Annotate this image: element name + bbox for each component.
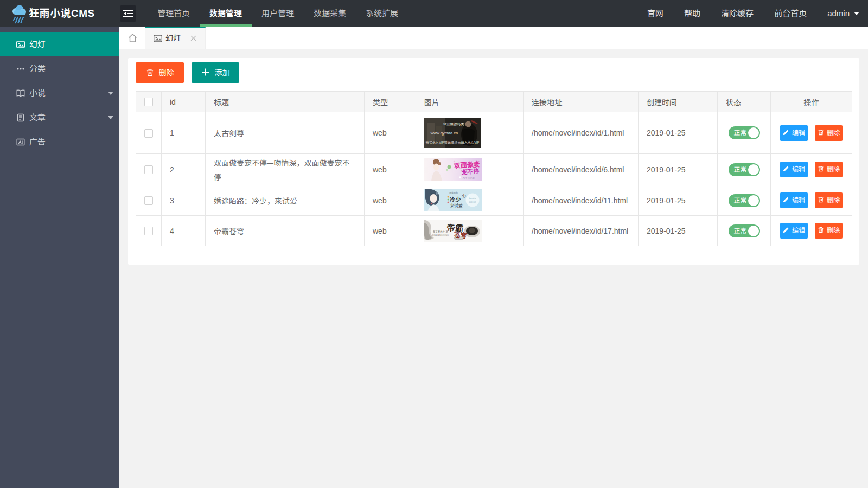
svg-text:苍穹: 苍穹 — [454, 229, 468, 239]
svg-text:少: 少 — [461, 193, 466, 200]
svg-text:粉买永久VIP赠送值点击进入永久VIP: 粉买永久VIP赠送值点击进入永久VIP — [425, 140, 479, 145]
svg-text:企业赝源码类: 企业赝源码类 — [443, 121, 465, 126]
svg-text:来试爱: 来试爱 — [450, 202, 463, 208]
svg-text:宠不停: 宠不停 — [461, 165, 480, 175]
svg-text:冷少: 冷少 — [450, 195, 461, 203]
svg-text:蚕茧里的牛·著: 蚕茧里的牛·著 — [433, 230, 449, 233]
svg-text:婚途陌路: 婚途陌路 — [449, 191, 458, 194]
svg-text:DIBACANGQIONG: DIBACANGQIONG — [432, 234, 449, 236]
svg-text:kanshu: kanshu — [469, 197, 476, 200]
svg-text:西土佳の著: 西土佳の著 — [463, 176, 475, 179]
svg-text:www.qymaa.cn: www.qymaa.cn — [430, 131, 458, 136]
svg-text:2018.08: 2018.08 — [469, 201, 476, 203]
